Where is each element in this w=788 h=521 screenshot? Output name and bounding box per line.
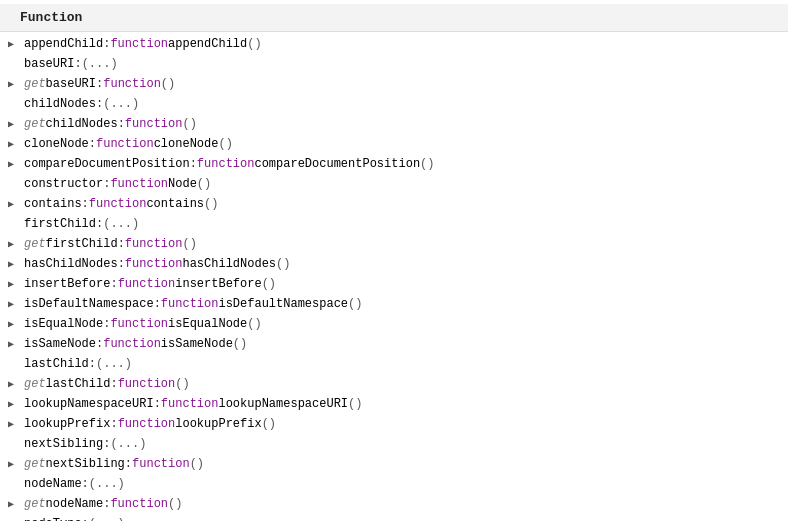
tree-row[interactable]: get lastChild: function () xyxy=(0,374,788,394)
expand-arrow-icon xyxy=(8,257,22,272)
function-params: () xyxy=(247,315,261,333)
tree-row[interactable]: get childNodes: function () xyxy=(0,114,788,134)
expand-arrow-icon xyxy=(8,357,22,372)
function-params: () xyxy=(420,155,434,173)
tree-row[interactable]: lookupNamespaceURI: function lookupNames… xyxy=(0,394,788,414)
expand-arrow-icon xyxy=(8,37,22,52)
property-key: baseURI xyxy=(24,55,74,73)
property-key: cloneNode xyxy=(24,135,89,153)
function-params: () xyxy=(168,495,182,513)
separator: : xyxy=(154,295,161,313)
property-key: contains xyxy=(24,195,82,213)
property-key: isSameNode xyxy=(24,335,96,353)
separator: : xyxy=(118,255,125,273)
function-keyword: function xyxy=(161,395,219,413)
function-keyword: function xyxy=(161,295,219,313)
separator: : xyxy=(154,395,161,413)
expand-arrow-icon xyxy=(8,137,22,152)
accessor-prefix: get xyxy=(24,495,46,513)
separator: : xyxy=(82,515,89,521)
separator: : xyxy=(190,155,197,173)
expand-arrow-icon xyxy=(8,337,22,352)
property-key: compareDocumentPosition xyxy=(24,155,190,173)
tree-row[interactable]: insertBefore: function insertBefore() xyxy=(0,274,788,294)
function-keyword: function xyxy=(110,315,168,333)
function-params: () xyxy=(348,395,362,413)
expand-arrow-icon xyxy=(8,237,22,252)
separator: : xyxy=(103,315,110,333)
tree-row[interactable]: appendChild: function appendChild() xyxy=(0,34,788,54)
function-name: lookupNamespaceURI xyxy=(218,395,348,413)
separator: : xyxy=(103,435,110,453)
tree-row[interactable]: isSameNode: function isSameNode() xyxy=(0,334,788,354)
function-keyword: function xyxy=(103,335,161,353)
property-key: nextSibling xyxy=(46,455,125,473)
expand-arrow-icon xyxy=(8,77,22,92)
function-name: lookupPrefix xyxy=(175,415,261,433)
property-key: lastChild xyxy=(24,355,89,373)
property-value: (...) xyxy=(96,355,132,373)
tree-row: nodeName: (...) xyxy=(0,474,788,494)
function-params: () xyxy=(262,275,276,293)
property-key: nodeType xyxy=(24,515,82,521)
property-value: (...) xyxy=(103,215,139,233)
separator: : xyxy=(96,215,103,233)
expand-arrow-icon xyxy=(8,217,22,232)
property-key: lastChild xyxy=(46,375,111,393)
separator: : xyxy=(96,335,103,353)
separator: : xyxy=(74,55,81,73)
separator: : xyxy=(82,195,89,213)
tree-row[interactable]: get baseURI: function () xyxy=(0,74,788,94)
accessor-prefix: get xyxy=(24,115,46,133)
function-params: () xyxy=(247,35,261,53)
property-value: (...) xyxy=(89,515,125,521)
property-key: appendChild xyxy=(24,35,103,53)
expand-arrow-icon xyxy=(8,317,22,332)
tree-row[interactable]: get firstChild: function () xyxy=(0,234,788,254)
tree-row[interactable]: get nextSibling: function () xyxy=(0,454,788,474)
tree-row[interactable]: get nodeName: function () xyxy=(0,494,788,514)
tree-row[interactable]: isDefaultNamespace: function isDefaultNa… xyxy=(0,294,788,314)
tree-row[interactable]: hasChildNodes: function hasChildNodes() xyxy=(0,254,788,274)
function-keyword: function xyxy=(118,275,176,293)
expand-arrow-icon xyxy=(8,297,22,312)
property-key: hasChildNodes xyxy=(24,255,118,273)
separator: : xyxy=(110,375,117,393)
function-name: isEqualNode xyxy=(168,315,247,333)
function-keyword: function xyxy=(96,135,154,153)
function-params: () xyxy=(190,455,204,473)
tree-row[interactable]: isEqualNode: function isEqualNode() xyxy=(0,314,788,334)
expand-arrow-icon xyxy=(8,477,22,492)
tree-row[interactable]: cloneNode: function cloneNode() xyxy=(0,134,788,154)
property-key: constructor xyxy=(24,175,103,193)
panel-title: Function xyxy=(20,10,82,25)
tree-row[interactable]: lookupPrefix: function lookupPrefix() xyxy=(0,414,788,434)
accessor-prefix: get xyxy=(24,455,46,473)
property-key: childNodes xyxy=(46,115,118,133)
function-params: () xyxy=(348,295,362,313)
expand-arrow-icon xyxy=(8,457,22,472)
property-key: isDefaultNamespace xyxy=(24,295,154,313)
expand-arrow-icon xyxy=(8,397,22,412)
tree-container: appendChild: function appendChild() base… xyxy=(0,34,788,521)
separator: : xyxy=(103,495,110,513)
tree-row[interactable]: contains: function contains() xyxy=(0,194,788,214)
function-keyword: function xyxy=(125,115,183,133)
tree-row[interactable]: compareDocumentPosition: function compar… xyxy=(0,154,788,174)
separator: : xyxy=(110,415,117,433)
tree-row: nodeType: (...) xyxy=(0,514,788,521)
tree-row: firstChild: (...) xyxy=(0,214,788,234)
function-keyword: function xyxy=(118,415,176,433)
separator: : xyxy=(125,455,132,473)
function-keyword: function xyxy=(110,495,168,513)
function-params: () xyxy=(197,175,211,193)
separator: : xyxy=(103,175,110,193)
expand-arrow-icon xyxy=(8,377,22,392)
property-key: lookupPrefix xyxy=(24,415,110,433)
property-value: (...) xyxy=(103,95,139,113)
header-row: Function xyxy=(0,4,788,32)
function-keyword: function xyxy=(110,175,168,193)
function-name: contains xyxy=(146,195,204,213)
function-keyword: function xyxy=(197,155,255,173)
separator: : xyxy=(96,95,103,113)
